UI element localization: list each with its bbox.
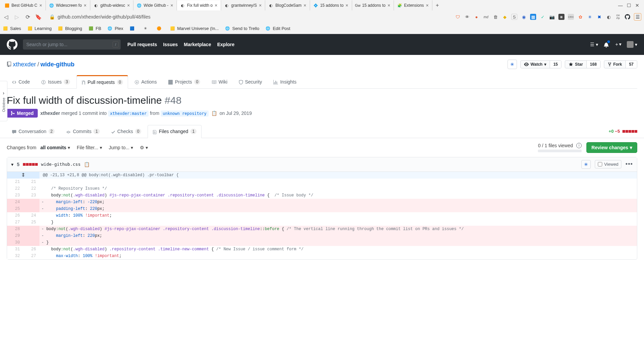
nav-back[interactable]: ◁ [3, 14, 9, 20]
octotree-handle[interactable]: › Octotree [0, 81, 7, 121]
browser-tab[interactable]: 💠15 addons to× [310, 0, 352, 10]
nav-forward[interactable]: ▷ [13, 14, 20, 20]
bookmark-item[interactable]: 🌐Send to Trello [225, 26, 259, 31]
search-input[interactable]: Search or jump to... / [23, 39, 121, 50]
ext-s-icon[interactable]: S [511, 14, 517, 20]
browser-tab[interactable]: 🟧Best GitHub C× [1, 0, 46, 10]
diff-line[interactable]: 25 padding-left: 220px; [7, 206, 637, 212]
menu-dropdown[interactable]: ☰ ▾ [590, 42, 598, 47]
bookmark-item[interactable]: 🟩FB [88, 26, 101, 31]
diff-line[interactable]: 2121 [7, 179, 637, 185]
info-icon[interactable]: i [576, 143, 582, 148]
ext-gitzip-icon[interactable]: GitZip [615, 14, 621, 20]
header-nav-link[interactable]: Pull requests [127, 42, 157, 47]
add-dropdown[interactable]: ＋▾ [614, 41, 621, 48]
repo-tab-security[interactable]: Security [234, 75, 267, 88]
github-logo-icon[interactable] [7, 39, 18, 50]
ext-github-icon[interactable] [624, 14, 631, 20]
ext-brave-icon[interactable]: 🛡 [455, 14, 461, 20]
pr-tab-commits[interactable]: Commits1 [61, 125, 105, 137]
hunk-header[interactable]: @@ -21,13 +21,8 @@ body:not(.wgh-disable… [7, 172, 637, 179]
diff-line[interactable]: 30} [7, 239, 637, 246]
close-icon[interactable]: × [388, 3, 390, 8]
ext-icon[interactable]: ◉ [521, 14, 527, 20]
star-button[interactable]: Star 168 [565, 60, 600, 68]
bookmark-item[interactable]: 🟨Blogging [58, 26, 82, 31]
diff-line[interactable]: 24 margin-left: -220px; [7, 199, 637, 206]
ext-crx-icon[interactable]: CRX [568, 14, 574, 20]
ext-icon[interactable]: 👁 [464, 14, 470, 20]
ext-md-icon[interactable]: md [483, 14, 489, 20]
file-name[interactable]: wide-github.css [41, 162, 81, 167]
header-nav-link[interactable]: Issues [163, 42, 178, 47]
repo-owner-link[interactable]: xthexder [13, 61, 36, 68]
review-changes-button[interactable]: Review changes ▾ [586, 142, 637, 153]
repo-tab-issues[interactable]: Issues3 [36, 75, 75, 88]
base-branch[interactable]: xthexder:master [108, 111, 149, 117]
ext-ddg-icon[interactable]: ● [473, 14, 480, 20]
header-nav-link[interactable]: Marketplace [184, 42, 211, 47]
close-icon[interactable]: × [127, 3, 130, 8]
repo-tab-pull-requests[interactable]: Pull requests0 [76, 75, 128, 89]
repo-tab-wiki[interactable]: Wiki [207, 75, 232, 88]
settings-dropdown[interactable]: ⚙ ▾ [140, 145, 148, 150]
bookmark-item[interactable]: 🟨Marvel Universe (In... [170, 26, 219, 31]
close-icon[interactable]: × [426, 3, 429, 8]
browser-tab[interactable]: ◐github-widesc× [90, 0, 134, 10]
close-icon[interactable]: × [304, 3, 306, 8]
ext-trash-icon[interactable]: 🗑 [492, 14, 498, 20]
watch-button[interactable]: Watch ▾ 15 [520, 60, 561, 68]
diff-line[interactable]: 29 margin-left: 220px; [7, 232, 637, 239]
browser-tab[interactable]: Gw15 addons to× [352, 0, 394, 10]
changes-from-dropdown[interactable]: Changes from all commits ▾ [7, 145, 70, 150]
browser-menu[interactable]: ☰ [634, 13, 641, 21]
ext-grammarly-icon[interactable]: ✓ [540, 14, 546, 20]
avatar-dropdown[interactable]: ▾ [627, 41, 637, 48]
close-icon[interactable]: × [259, 3, 262, 8]
file-menu[interactable]: ••• [625, 161, 633, 168]
nav-reload[interactable]: ⟳ [24, 14, 31, 20]
repo-tab-code[interactable]: Code [7, 75, 35, 88]
octotree-ext-icon[interactable]: ✳ [508, 60, 517, 69]
repo-tab-insights[interactable]: Insights [268, 75, 301, 88]
expand-icon[interactable] [21, 172, 26, 178]
notifications-icon[interactable] [604, 41, 609, 47]
file-filter-dropdown[interactable]: File filter... ▾ [77, 145, 102, 150]
ext-icon[interactable]: ✖ [596, 14, 602, 20]
minimize-icon[interactable]: — [618, 3, 623, 8]
repo-name-link[interactable]: wide-github [40, 61, 74, 68]
close-icon[interactable]: × [39, 3, 42, 8]
repo-tab-projects[interactable]: Projects0 [163, 75, 205, 88]
ext-icon[interactable]: ◐ [606, 14, 612, 20]
copy-icon[interactable]: 📋 [211, 111, 217, 116]
ext-camera-icon[interactable]: 📷 [549, 14, 555, 20]
diff-line[interactable]: 28body:not(.wgh-disabled) #js-repo-pjax-… [7, 226, 637, 232]
bookmark-item[interactable]: 🟨Learning [27, 26, 52, 31]
diff-line[interactable]: 2725 } [7, 219, 637, 226]
octotree-file-icon[interactable]: ✳ [581, 160, 591, 169]
new-tab-button[interactable]: + [432, 2, 442, 8]
url-input[interactable]: 🔒 github.com/xthexder/wide-github/pull/4… [46, 14, 154, 20]
copy-path-icon[interactable]: 📋 [84, 162, 90, 167]
pr-tab-checks[interactable]: Checks0 [106, 125, 146, 137]
close-icon[interactable]: × [345, 3, 348, 8]
ext-icon[interactable]: ▦ [530, 14, 536, 20]
ext-icon[interactable]: ◆ [502, 14, 508, 20]
pr-tab-conversation[interactable]: Conversation2 [7, 125, 60, 137]
close-icon[interactable]: × [215, 3, 217, 8]
diff-line[interactable]: 3126 body:not(.wgh-disabled) .repository… [7, 246, 637, 253]
maximize-icon[interactable]: ☐ [627, 3, 631, 8]
bookmark-item[interactable]: ✳ [143, 26, 150, 31]
bookmark-item[interactable]: 🌐Plex [107, 26, 123, 31]
pr-tab-files-changed[interactable]: Files changed1 [148, 125, 202, 138]
viewed-checkbox[interactable]: Viewed [595, 160, 621, 168]
browser-tab[interactable]: ◐grantwinney/S× [221, 0, 265, 10]
diff-line[interactable]: 2222 /* Repository Issues */ [7, 185, 637, 192]
diff-line[interactable]: 2624 width: 100% !important; [7, 212, 637, 219]
repo-tab-actions[interactable]: Actions [129, 75, 162, 88]
jump-to-dropdown[interactable]: Jump to... ▾ [109, 145, 133, 150]
browser-tab[interactable]: 🧩Extensions× [394, 0, 432, 10]
browser-tab[interactable]: 🌐Wide Github -× [133, 0, 177, 10]
collapse-file-toggle[interactable]: ▾ [11, 162, 13, 167]
browser-tab[interactable]: ◐Fix full width o× [177, 0, 221, 10]
